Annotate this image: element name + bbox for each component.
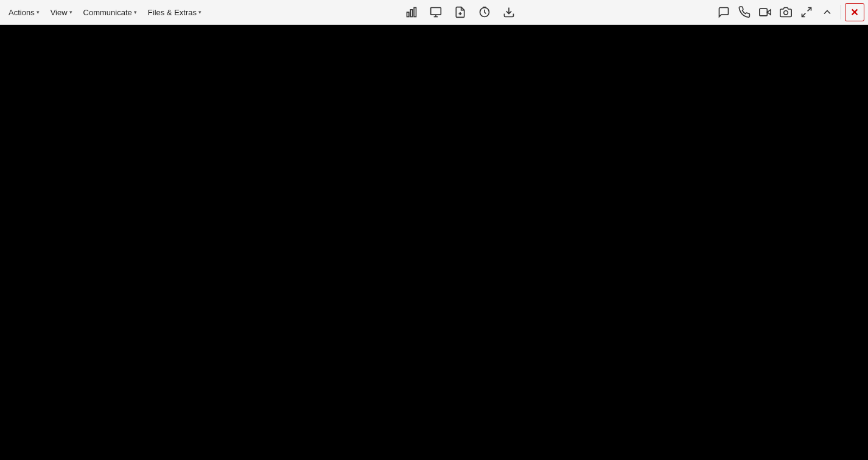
download-icon (503, 6, 515, 18)
chat-icon (718, 6, 730, 18)
camera-icon (780, 6, 792, 18)
toolbar: Actions ▾ View ▾ Communicate ▾ Files & E… (0, 0, 868, 25)
presentation-icon-btn[interactable] (426, 3, 446, 21)
files-extras-chevron: ▾ (198, 9, 201, 15)
menu-files-extras[interactable]: Files & Extras ▾ (143, 5, 206, 19)
video-icon-btn[interactable] (755, 3, 775, 21)
svg-rect-12 (760, 9, 768, 16)
toolbar-left: Actions ▾ View ▾ Communicate ▾ Files & E… (4, 5, 206, 19)
menu-actions[interactable]: Actions ▾ (4, 5, 44, 19)
phone-icon (738, 6, 751, 18)
svg-marker-11 (767, 10, 771, 15)
menu-communicate[interactable]: Communicate ▾ (79, 5, 142, 19)
presentation-icon (430, 6, 442, 18)
arrow-up-icon-btn[interactable] (817, 3, 837, 21)
video-icon (759, 6, 771, 18)
svg-line-14 (808, 8, 811, 12)
main-content (0, 25, 868, 460)
timer-icon-btn[interactable] (475, 3, 494, 21)
communicate-chevron: ▾ (134, 9, 137, 15)
svg-point-13 (784, 11, 788, 15)
download-icon-btn[interactable] (499, 3, 519, 21)
communicate-label: Communicate (83, 8, 132, 17)
actions-label: Actions (9, 8, 35, 17)
camera-icon-btn[interactable] (776, 3, 796, 21)
toolbar-center (402, 3, 519, 21)
stats-icon (405, 6, 418, 18)
view-label: View (51, 8, 68, 17)
actions-chevron: ▾ (37, 9, 40, 15)
menu-view[interactable]: View ▾ (46, 5, 77, 19)
chat-icon-btn[interactable] (714, 3, 733, 21)
close-button[interactable]: ✕ (845, 3, 864, 21)
share-file-icon (454, 6, 466, 18)
svg-rect-1 (410, 10, 412, 17)
share-file-icon-btn[interactable] (450, 3, 470, 21)
view-chevron: ▾ (69, 9, 72, 15)
svg-line-15 (802, 13, 805, 17)
toolbar-right: ✕ (714, 3, 864, 21)
files-extras-label: Files & Extras (148, 8, 197, 17)
phone-icon-btn[interactable] (735, 3, 754, 21)
arrow-up-icon (821, 6, 833, 18)
svg-rect-3 (431, 8, 441, 15)
close-label: ✕ (850, 7, 858, 18)
timer-icon (478, 6, 491, 18)
svg-rect-2 (414, 8, 416, 17)
stats-icon-btn[interactable] (402, 3, 421, 21)
fullscreen-icon-btn[interactable] (797, 3, 816, 21)
fullscreen-icon (800, 6, 813, 18)
svg-rect-0 (407, 12, 408, 17)
toolbar-divider (841, 5, 841, 19)
